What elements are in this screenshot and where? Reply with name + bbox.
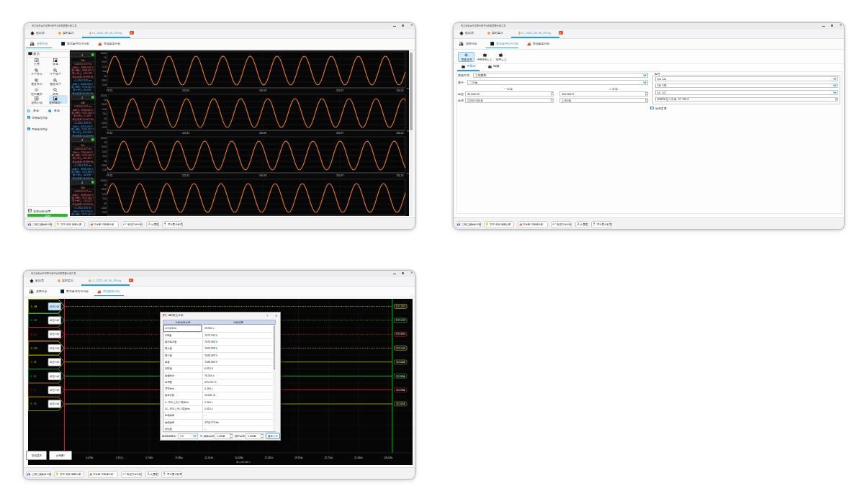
svg-text:352.001A: 352.001A xyxy=(396,402,405,405)
svg-text:7073.544V: 7073.544V xyxy=(395,346,405,349)
svg-text:0.00: 0.00 xyxy=(102,108,107,111)
svg-text:t:242011.517 ms: t:242011.517 ms xyxy=(74,105,92,108)
svg-text:t:242011.517 ms: t:242011.517 ms xyxy=(74,148,92,150)
svg-text:.00: .00 xyxy=(104,202,107,205)
svg-text:254.25: 254.25 xyxy=(396,174,403,177)
svg-text:.00: .00 xyxy=(104,160,107,163)
svg-text:双击分析: 双击分析 xyxy=(50,319,60,322)
svg-text:50aV: 50aV xyxy=(102,103,107,106)
svg-text:10000: 10000 xyxy=(100,52,107,55)
svg-text:-1000: -1000 xyxy=(101,207,107,210)
svg-text:双击分析: 双击分析 xyxy=(50,374,60,377)
svg-text:0.00: 0.00 xyxy=(102,168,107,171)
svg-text:Ub: Ub xyxy=(81,101,85,104)
svg-text:10000: 10000 xyxy=(100,179,107,182)
svg-text:5.746s: 5.746s xyxy=(145,456,153,459)
svg-text:-50a: -50a xyxy=(102,197,107,200)
svg-text:353.080A: 353.080A xyxy=(396,374,405,377)
svg-text:.00: .00 xyxy=(104,99,107,102)
svg-text:79.12: 79.12 xyxy=(107,89,112,92)
svg-text:Un: Un xyxy=(81,186,84,189)
svg-text:趋时值 -9095.000 V: 趋时值 -9095.000 V xyxy=(72,194,94,197)
svg-text:-50a: -50a xyxy=(102,112,107,115)
svg-text:最大相位 -84.990 °: 最大相位 -84.990 ° xyxy=(73,174,94,176)
svg-text:最大相位 131.467 °: 最大相位 131.467 ° xyxy=(73,157,94,160)
svg-text:17.082s: 17.082s xyxy=(264,456,273,459)
svg-text:0.00: 0.00 xyxy=(102,193,107,196)
svg-text:趋时值 -9056.000 V: 趋时值 -9056.000 V xyxy=(72,168,94,171)
svg-text:基准频率 50.001 Hz: 基准频率 50.001 Hz xyxy=(72,92,94,95)
svg-text:基准频率 55.555 Hz: 基准频率 55.555 Hz xyxy=(72,203,94,206)
svg-text:10000: 10000 xyxy=(100,137,107,140)
svg-text:双击分析: 双击分析 xyxy=(50,402,60,405)
svg-text:10000: 10000 xyxy=(100,94,107,97)
svg-text:双击分析: 双击分析 xyxy=(50,305,60,307)
svg-text:基准频率 50.002 Hz: 基准频率 50.002 Hz xyxy=(72,118,94,121)
svg-text:最大相位 11.459 °: 最大相位 11.459 ° xyxy=(73,114,93,117)
svg-text:t:2+0501.332 ms: t:2+0501.332 ms xyxy=(73,207,91,210)
svg-text:趋时值 5056.000 V: 趋时值 5056.000 V xyxy=(73,83,94,86)
svg-text:7071.287V: 7071.287V xyxy=(395,305,405,307)
svg-text:8 IN: 8 IN xyxy=(30,402,36,405)
svg-text:.00: .00 xyxy=(104,117,107,120)
svg-text:t:242011.517 ms: t:242011.517 ms xyxy=(74,190,92,193)
svg-text:最大相位 -106.422 °: 最大相位 -106.422 ° xyxy=(72,199,94,202)
svg-text:254.25: 254.25 xyxy=(396,89,403,92)
svg-text:7 IC: 7 IC xyxy=(30,389,36,392)
svg-text:122.41: 122.41 xyxy=(182,132,189,135)
svg-text:t:2+0501.332 ms: t:2+0501.332 ms xyxy=(73,122,91,125)
svg-text:5 IA: 5 IA xyxy=(30,361,36,364)
svg-text:Δt = 28.340 s: Δt = 28.340 s xyxy=(236,461,251,464)
svg-text:双击分析: 双击分析 xyxy=(50,346,60,349)
svg-text:353.042A: 353.042A xyxy=(396,361,405,364)
svg-text:趋时值 -9386.000 V: 趋时值 -9386.000 V xyxy=(72,66,94,69)
svg-text:最大相位 155.036 °: 最大相位 155.036 ° xyxy=(73,131,94,134)
svg-text:50aV: 50aV xyxy=(102,145,107,148)
svg-text:353.090A: 353.090A xyxy=(396,388,405,391)
svg-text:基准频率 50.003 Hz: 基准频率 50.003 Hz xyxy=(72,177,94,180)
svg-text:254.25: 254.25 xyxy=(396,132,403,135)
svg-text:0.00: 0.00 xyxy=(102,66,107,68)
svg-text:.00: .00 xyxy=(104,75,107,78)
svg-text:t:2+0501.332 ms: t:2+0501.332 ms xyxy=(73,79,91,82)
svg-text:-1000: -1000 xyxy=(101,122,107,125)
svg-text:基准频率 49.998 Hz: 基准频率 49.998 Hz xyxy=(72,161,94,163)
svg-text:-1000: -1000 xyxy=(101,79,107,82)
svg-text:165.69: 165.69 xyxy=(259,132,266,135)
svg-text:趋时值 4001.000 V: 趋时值 4001.000 V xyxy=(73,125,94,128)
svg-text:210.97: 210.97 xyxy=(336,174,343,177)
svg-text:趋时值 1930.000 V: 趋时值 1930.000 V xyxy=(73,109,94,112)
svg-text:25.584s: 25.584s xyxy=(354,456,363,459)
svg-text:0.00: 0.00 xyxy=(102,211,107,214)
svg-text:28.418s: 28.418s xyxy=(384,456,392,459)
svg-text:.00: .00 xyxy=(104,56,107,59)
svg-text:.00: .00 xyxy=(104,184,107,186)
svg-text:4 LN: 4 LN xyxy=(30,347,37,350)
svg-text:14.248s: 14.248s xyxy=(235,456,243,459)
svg-text:6 IB: 6 IB xyxy=(30,374,36,377)
svg-text:.00: .00 xyxy=(104,141,107,144)
svg-text:基准频率 49.999 Hz: 基准频率 49.999 Hz xyxy=(72,76,94,78)
svg-text:122.41: 122.41 xyxy=(182,174,189,177)
svg-text:-1000: -1000 xyxy=(101,164,107,167)
svg-text:2.912s: 2.912s xyxy=(116,456,123,459)
svg-text:50aV: 50aV xyxy=(102,60,107,63)
svg-text:7072.013V: 7072.013V xyxy=(395,319,405,322)
svg-text:2 LB: 2 LB xyxy=(30,319,37,322)
svg-text:双击分析: 双击分析 xyxy=(50,361,60,364)
svg-text:1 LA: 1 LA xyxy=(30,305,37,307)
svg-text:210.97: 210.97 xyxy=(336,89,343,92)
svg-text:趋时值 5057.000 V: 趋时值 5057.000 V xyxy=(73,210,94,213)
svg-text:7071.865V: 7071.865V xyxy=(395,333,405,336)
svg-text:19.916s: 19.916s xyxy=(294,456,303,459)
svg-text:8.580s: 8.580s xyxy=(176,456,183,459)
svg-text:210.97: 210.97 xyxy=(336,132,343,135)
svg-text:0.00: 0.00 xyxy=(102,150,107,153)
svg-text:-50a: -50a xyxy=(102,155,107,158)
svg-text:79.12: 79.12 xyxy=(107,174,112,177)
svg-text:基准频率 50.003 Hz: 基准频率 50.003 Hz xyxy=(72,135,94,138)
svg-text:双击分析: 双击分析 xyxy=(50,388,60,391)
svg-text:79.12: 79.12 xyxy=(107,132,112,135)
svg-text:-50a: -50a xyxy=(102,70,107,73)
svg-text:趋时值 7194.000 V: 趋时值 7194.000 V xyxy=(73,151,94,154)
